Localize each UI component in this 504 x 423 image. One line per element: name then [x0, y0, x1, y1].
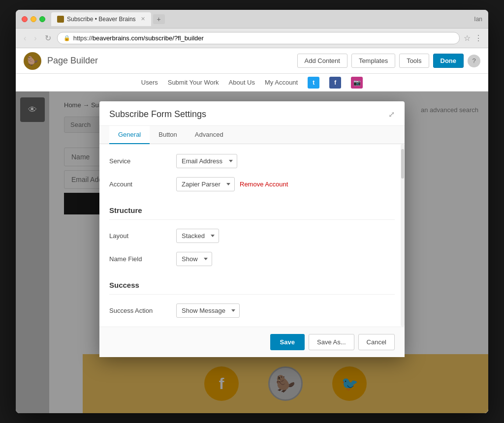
name-field-control: Show [176, 252, 395, 266]
page-builder-bar: 🦫 Page Builder Add Content Templates Too… [16, 48, 488, 74]
address-actions: ☆ ⋮ [464, 33, 482, 43]
subscribe-form-settings-modal: Subscribe Form Settings ⤢ General Button… [99, 101, 405, 357]
url-path: /subscribe/?fl_builder [143, 34, 204, 42]
name-field-select[interactable]: Show [176, 252, 212, 266]
service-select[interactable]: Email Address [176, 154, 237, 168]
modal-body: Service Email Address Account Zapier P [99, 144, 405, 327]
tab-advanced[interactable]: Advanced [186, 126, 232, 144]
more-options-button[interactable]: ⋮ [474, 33, 482, 43]
modal-scrollbar-thumb [401, 149, 404, 179]
name-field-label: Name Field [109, 255, 168, 263]
title-bar: Subscribe • Beaver Brains ✕ + Ian [16, 10, 488, 29]
layout-select[interactable]: Stacked [176, 229, 219, 243]
page-builder-logo: 🦫 [24, 52, 41, 70]
remove-account-link[interactable]: Remove Account [240, 181, 288, 188]
modal-header: Subscribe Form Settings ⤢ [99, 101, 405, 126]
tab-close-button[interactable]: ✕ [141, 16, 145, 22]
service-label: Service [109, 157, 168, 165]
modal-title: Subscribe Form Settings [109, 109, 206, 125]
nav-submit-work[interactable]: Submit Your Work [168, 79, 219, 86]
success-action-row: Success Action Show Message [109, 303, 395, 318]
traffic-lights [22, 16, 45, 22]
layout-control: Stacked [176, 229, 395, 243]
success-action-control: Show Message [176, 303, 395, 318]
nav-about-us[interactable]: About Us [229, 79, 255, 86]
modal-tabs: General Button Advanced [99, 126, 405, 144]
dialog-overlay: Subscribe Form Settings ⤢ General Button… [16, 91, 488, 413]
structure-section-header: Structure [109, 200, 395, 220]
new-tab-button[interactable]: + [153, 14, 165, 24]
page-builder-actions: Add Content Templates Tools Done ? [297, 54, 480, 68]
account-row: Account Zapier Parser Remove Account [109, 177, 395, 191]
save-button[interactable]: Save [270, 334, 305, 350]
service-row: Service Email Address [109, 154, 395, 168]
tools-button[interactable]: Tools [399, 54, 429, 68]
nav-my-account[interactable]: My Account [265, 79, 298, 86]
name-field-row: Name Field Show [109, 252, 395, 266]
success-action-label: Success Action [109, 307, 168, 314]
modal-expand-button[interactable]: ⤢ [388, 110, 395, 125]
nav-users[interactable]: Users [141, 79, 158, 86]
minimize-window-button[interactable] [31, 16, 36, 22]
done-button[interactable]: Done [433, 54, 464, 68]
maximize-window-button[interactable] [39, 16, 45, 22]
cancel-button[interactable]: Cancel [358, 334, 395, 350]
templates-button[interactable]: Templates [351, 54, 395, 68]
tab-area: Subscribe • Beaver Brains ✕ + [51, 12, 474, 26]
tab-favicon [57, 16, 64, 23]
tab-title: Subscribe • Beaver Brains [67, 16, 136, 23]
tab-general[interactable]: General [109, 126, 150, 144]
tab-button[interactable]: Button [150, 126, 186, 144]
twitter-nav-icon[interactable]: t [308, 77, 319, 89]
modal-scrollbar[interactable] [401, 144, 405, 327]
page-builder-title: Page Builder [47, 56, 98, 66]
url-display: https://beaverbrains.com/subscribe/?fl_b… [73, 34, 204, 42]
modal-footer: Save Save As... Cancel [99, 327, 405, 357]
main-content: 👁 Home → Subs an advanced search [16, 91, 488, 413]
save-as-button[interactable]: Save As... [309, 334, 354, 350]
address-input[interactable]: 🔒 https://beaverbrains.com/subscribe/?fl… [57, 32, 460, 44]
reload-button[interactable]: ↻ [43, 32, 53, 44]
window-user-label: Ian [474, 16, 482, 23]
layout-label: Layout [109, 232, 168, 240]
facebook-nav-icon[interactable]: f [329, 77, 341, 89]
site-nav: Users Submit Your Work About Us My Accou… [16, 74, 488, 91]
account-label: Account [109, 181, 168, 188]
bookmark-button[interactable]: ☆ [464, 33, 471, 43]
layout-row: Layout Stacked [109, 229, 395, 243]
lock-icon: 🔒 [63, 35, 70, 41]
address-bar: ‹ › ↻ 🔒 https://beaverbrains.com/subscri… [16, 29, 488, 48]
success-action-select[interactable]: Show Message [176, 303, 240, 318]
back-button[interactable]: ‹ [22, 33, 28, 44]
account-control: Zapier Parser Remove Account [176, 177, 395, 191]
help-button[interactable]: ? [468, 55, 480, 67]
forward-button[interactable]: › [32, 33, 38, 44]
account-select[interactable]: Zapier Parser [176, 177, 235, 191]
instagram-nav-icon[interactable]: 📷 [351, 77, 363, 89]
service-control: Email Address [176, 154, 395, 168]
close-window-button[interactable] [22, 16, 28, 22]
add-content-button[interactable]: Add Content [297, 54, 347, 68]
success-section-header: Success [109, 275, 395, 295]
active-tab[interactable]: Subscribe • Beaver Brains ✕ [51, 12, 151, 26]
